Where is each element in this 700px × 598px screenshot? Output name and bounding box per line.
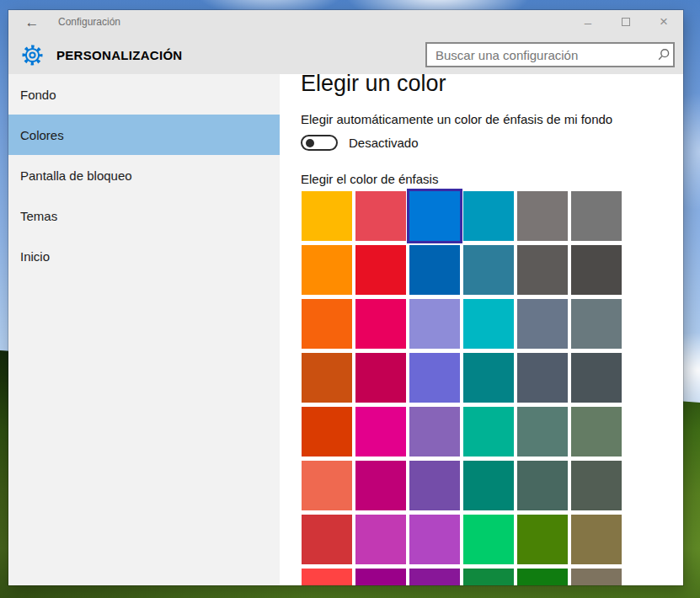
color-swatch[interactable] [355, 353, 406, 403]
sidebar-item-label: Pantalla de bloqueo [20, 168, 132, 183]
main-content: Elegir un color Elegir automáticamente u… [280, 74, 683, 585]
search-input[interactable] [427, 48, 655, 62]
sidebar-nav: FondoColoresPantalla de bloqueoTemasInic… [8, 74, 280, 585]
color-swatch[interactable] [517, 569, 568, 585]
color-swatch-selected[interactable] [409, 191, 460, 241]
sidebar-item-label: Temas [20, 209, 57, 223]
settings-window: ← Configuración – × PERSONALIZACIÓN Fond… [8, 10, 683, 585]
sidebar-item-colores[interactable]: Colores [8, 115, 280, 155]
color-swatch[interactable] [355, 245, 406, 295]
color-swatch[interactable] [409, 407, 460, 457]
window-controls: – × [575, 10, 676, 34]
color-swatch[interactable] [302, 461, 352, 510]
color-swatch[interactable] [302, 569, 352, 585]
sidebar-item-pantalla-de-bloqueo[interactable]: Pantalla de bloqueo [8, 155, 280, 195]
search-box [425, 42, 675, 67]
color-swatch[interactable] [517, 299, 568, 349]
sidebar-item-fondo[interactable]: Fondo [8, 74, 280, 115]
color-swatch[interactable] [355, 461, 406, 510]
sidebar-item-label: Fondo [20, 88, 56, 102]
color-swatch[interactable] [517, 407, 568, 457]
color-swatch[interactable] [463, 407, 514, 457]
color-swatch[interactable] [571, 191, 622, 241]
color-swatch[interactable] [571, 407, 622, 457]
page-title: Elegir un color [301, 71, 446, 97]
color-swatch[interactable] [409, 461, 460, 510]
color-swatch[interactable] [517, 353, 568, 403]
color-swatch[interactable] [302, 353, 352, 403]
color-swatch[interactable] [463, 299, 514, 349]
sidebar-item-label: Colores [20, 128, 64, 142]
color-swatch[interactable] [355, 407, 406, 457]
sidebar-item-label: Inicio [20, 249, 50, 264]
color-swatch[interactable] [517, 461, 568, 510]
auto-accent-toggle-row: Desactivado [301, 135, 419, 151]
color-swatch[interactable] [571, 515, 622, 564]
close-icon[interactable]: × [651, 10, 676, 34]
maximize-icon[interactable] [613, 10, 639, 34]
gear-icon [21, 44, 44, 67]
toggle-state-label: Desactivado [349, 136, 419, 150]
color-swatch[interactable] [409, 299, 460, 349]
auto-accent-toggle[interactable] [301, 135, 338, 151]
color-swatch[interactable] [463, 515, 514, 564]
color-swatch[interactable] [302, 515, 352, 564]
page-section-title: PERSONALIZACIÓN [56, 48, 183, 62]
color-swatch[interactable] [409, 569, 460, 585]
color-swatch[interactable] [571, 245, 622, 295]
color-swatch[interactable] [355, 299, 406, 349]
color-swatch[interactable] [517, 245, 568, 295]
toggle-knob [306, 139, 314, 147]
color-swatch[interactable] [463, 353, 514, 403]
color-swatch[interactable] [463, 191, 514, 241]
sidebar-item-inicio[interactable]: Inicio [8, 236, 280, 276]
minimize-icon[interactable]: – [575, 10, 601, 34]
window-chrome: ← Configuración – × PERSONALIZACIÓN [8, 10, 683, 74]
color-swatch[interactable] [302, 191, 352, 241]
color-swatch[interactable] [571, 569, 622, 585]
color-swatch[interactable] [571, 461, 622, 510]
color-swatch[interactable] [517, 515, 568, 564]
color-swatch[interactable] [409, 353, 460, 403]
auto-accent-label: Elegir automáticamente un color de énfas… [301, 112, 612, 126]
back-icon[interactable]: ← [22, 13, 42, 32]
color-swatch[interactable] [302, 299, 352, 349]
color-swatch[interactable] [302, 407, 352, 457]
search-icon[interactable] [655, 48, 673, 61]
color-swatch[interactable] [302, 245, 352, 295]
window-title: Configuración [58, 16, 120, 28]
color-swatch[interactable] [571, 299, 622, 349]
color-swatch[interactable] [463, 245, 514, 295]
color-swatch[interactable] [463, 569, 514, 585]
color-swatch[interactable] [463, 461, 514, 510]
color-swatch[interactable] [571, 353, 622, 403]
color-swatch[interactable] [355, 569, 406, 585]
accent-picker-label: Elegir el color de énfasis [301, 172, 438, 186]
color-swatch[interactable] [355, 191, 406, 241]
color-swatch[interactable] [517, 191, 568, 241]
accent-color-grid [302, 191, 622, 585]
color-swatch[interactable] [409, 245, 460, 295]
color-swatch[interactable] [409, 515, 460, 564]
sidebar-item-temas[interactable]: Temas [8, 195, 280, 236]
color-swatch[interactable] [355, 515, 406, 564]
